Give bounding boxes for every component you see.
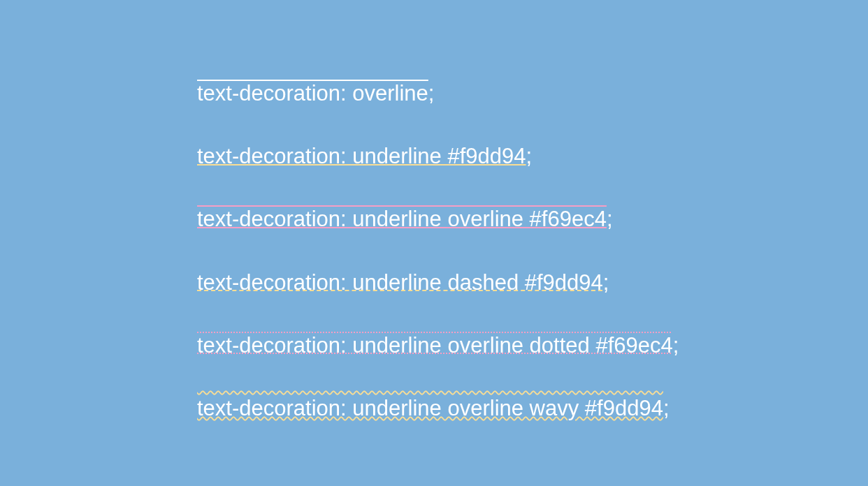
- css-example-text: text-decoration: underline overline wavy…: [197, 396, 663, 420]
- semicolon: ;: [526, 144, 533, 168]
- css-example-line-3: text-decoration: underline overline #f69…: [197, 206, 868, 232]
- semicolon: ;: [663, 396, 670, 420]
- css-example-text: text-decoration: underline #f9dd94: [197, 144, 526, 168]
- semicolon: ;: [673, 333, 679, 358]
- css-example-text: text-decoration: overline: [197, 81, 428, 105]
- css-example-text: text-decoration: underline overline dott…: [197, 333, 673, 358]
- semicolon: ;: [603, 270, 609, 295]
- css-example-line-2: text-decoration: underline #f9dd94;: [197, 143, 868, 169]
- css-example-line-1: text-decoration: overline;: [197, 80, 868, 106]
- css-example-line-6: text-decoration: underline overline wavy…: [197, 395, 868, 421]
- semicolon: ;: [607, 207, 613, 231]
- css-example-line-5: text-decoration: underline overline dott…: [197, 332, 868, 358]
- css-example-text: text-decoration: underline overline #f69…: [197, 207, 607, 231]
- css-example-line-4: text-decoration: underline dashed #f9dd9…: [197, 270, 868, 295]
- semicolon: ;: [428, 81, 435, 105]
- css-example-text: text-decoration: underline dashed #f9dd9…: [197, 270, 603, 295]
